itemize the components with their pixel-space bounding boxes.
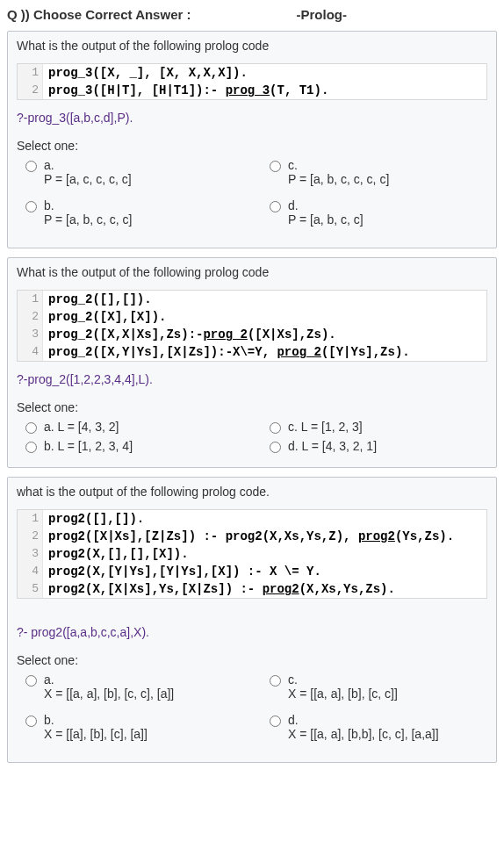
q1-option-d[interactable]: d. P = [a, b, c, c]: [261, 198, 487, 227]
q1-select-label: Select one:: [8, 133, 496, 156]
page-header: Q )) Choose Correct Answer : -Prolog-: [7, 7, 497, 22]
lineno: 2: [18, 308, 43, 326]
header-title: Q )) Choose Correct Answer :: [7, 7, 191, 22]
question-2: What is the output of the following prol…: [7, 257, 497, 468]
radio-input[interactable]: [270, 422, 281, 434]
radio-input[interactable]: [270, 161, 281, 172]
q1-prompt: What is the output of the following prol…: [8, 32, 496, 58]
option-label: b.: [44, 713, 148, 727]
lineno: 4: [18, 563, 43, 580]
radio-input[interactable]: [25, 422, 37, 434]
code-content: prog_3([H|T], [H|T1]):- prog_3(T, T1).: [43, 82, 334, 99]
q3-option-c[interactable]: c. X = [[a, a], [b], [c, c]]: [261, 672, 487, 701]
option-value: X = [[a], [b], [c], [a]]: [44, 727, 148, 741]
q3-query: ?- prog2([a,a,b,c,c,a],X).: [8, 604, 496, 648]
lineno: 3: [18, 545, 43, 563]
radio-input[interactable]: [270, 442, 281, 453]
option-value: P = [a, b, c, c]: [288, 212, 364, 227]
q1-query: ?-prog_3([a,b,c,d],P).: [8, 105, 496, 133]
code-line: 3 prog_2([X,X|Xs],Zs):-prog_2([X|Xs],Zs)…: [18, 326, 486, 343]
option-label: d.: [288, 198, 364, 212]
radio-input[interactable]: [270, 716, 281, 727]
radio-input[interactable]: [270, 201, 281, 212]
q2-code: 1 prog_2([],[]). 2 prog_2([X],[X]). 3 pr…: [17, 290, 487, 362]
code-content: prog2([],[]).: [43, 510, 149, 528]
q1-options: a. P = [a, c, c, c, c] b. P = [a, b, c, …: [8, 156, 496, 248]
option-label: c.: [288, 158, 389, 172]
q1-option-a[interactable]: a. P = [a, c, c, c, c]: [17, 158, 243, 186]
code-line: 4 prog2(X,[Y|Ys],[Y|Ys],[X]) :- X \= Y.: [18, 563, 486, 580]
option-text: c. L = [1, 2, 3]: [288, 420, 363, 434]
option-label: c.: [288, 672, 398, 687]
question-1: What is the output of the following prol…: [7, 31, 497, 248]
lineno: 2: [18, 528, 43, 545]
option-label: a.: [44, 158, 132, 172]
code-content: prog2([X|Xs],[Z|Zs]) :- prog2(X,Xs,Ys,Z)…: [43, 528, 459, 545]
lineno: 3: [18, 326, 43, 343]
code-content: prog_2([X,Y|Ys],[X|Zs]):-X\=Y, prog_2([Y…: [43, 343, 415, 361]
option-label: d.: [288, 713, 439, 727]
q2-select-label: Select one:: [8, 395, 496, 418]
option-label: a.: [44, 672, 174, 687]
code-line: 2 prog_2([X],[X]).: [18, 308, 486, 326]
lineno: 1: [18, 64, 43, 82]
q3-options: a. X = [[a, a], [b], [c, c], [a]] b. X =…: [8, 671, 496, 762]
header-subject: -Prolog-: [296, 7, 347, 22]
q2-option-c[interactable]: c. L = [1, 2, 3]: [261, 420, 487, 434]
code-content: prog_2([],[]).: [43, 291, 157, 308]
code-line: 1 prog_2([],[]).: [18, 291, 486, 308]
option-text: d. L = [4, 3, 2, 1]: [288, 439, 377, 453]
q3-prompt: what is the output of the following prol…: [8, 478, 496, 504]
q3-option-b[interactable]: b. X = [[a], [b], [c], [a]]: [17, 713, 243, 741]
code-line: 3 prog2(X,[],[],[X]).: [18, 545, 486, 563]
code-line: 4 prog_2([X,Y|Ys],[X|Zs]):-X\=Y, prog_2(…: [18, 343, 486, 361]
radio-input[interactable]: [270, 675, 281, 687]
code-content: prog_2([X],[X]).: [43, 308, 171, 326]
radio-input[interactable]: [25, 716, 37, 727]
option-text: b. L = [1, 2, 3, 4]: [44, 439, 133, 453]
option-value: X = [[a, a], [b,b], [c, c], [a,a]]: [288, 727, 439, 741]
lineno: 2: [18, 82, 43, 99]
q3-option-a[interactable]: a. X = [[a, a], [b], [c, c], [a]]: [17, 672, 243, 701]
lineno: 1: [18, 291, 43, 308]
option-value: P = [a, b, c, c, c, c]: [288, 172, 389, 186]
lineno: 1: [18, 510, 43, 528]
radio-input[interactable]: [25, 201, 37, 212]
radio-input[interactable]: [25, 675, 37, 687]
code-content: prog2(X,[X|Xs],Ys,[X|Zs]) :- prog2(X,Xs,…: [43, 580, 400, 598]
code-content: prog_3([X, _], [X, X,X,X]).: [43, 64, 253, 82]
lineno: 5: [18, 580, 43, 598]
code-line: 2 prog2([X|Xs],[Z|Zs]) :- prog2(X,Xs,Ys,…: [18, 528, 486, 545]
lineno: 4: [18, 343, 43, 361]
q2-query: ?-prog_2([1,2,2,3,4,4],L).: [8, 367, 496, 395]
q3-option-d[interactable]: d. X = [[a, a], [b,b], [c, c], [a,a]]: [261, 713, 487, 741]
code-line: 1 prog2([],[]).: [18, 510, 486, 528]
q1-code: 1 prog_3([X, _], [X, X,X,X]). 2 prog_3([…: [17, 63, 487, 100]
q1-option-b[interactable]: b. P = [a, b, c, c, c]: [17, 198, 243, 227]
option-value: P = [a, b, c, c, c]: [44, 212, 133, 227]
radio-input[interactable]: [25, 442, 37, 453]
q2-option-b[interactable]: b. L = [1, 2, 3, 4]: [17, 439, 243, 453]
option-value: X = [[a, a], [b], [c, c], [a]]: [44, 687, 174, 701]
q1-option-c[interactable]: c. P = [a, b, c, c, c, c]: [261, 158, 487, 186]
radio-input[interactable]: [25, 161, 37, 172]
option-value: X = [[a, a], [b], [c, c]]: [288, 687, 398, 701]
q2-prompt: What is the output of the following prol…: [8, 258, 496, 284]
code-content: prog2(X,[],[],[X]).: [43, 545, 194, 563]
option-text: a. L = [4, 3, 2]: [44, 420, 119, 434]
question-3: what is the output of the following prol…: [7, 477, 497, 763]
code-content: prog2(X,[Y|Ys],[Y|Ys],[X]) :- X \= Y.: [43, 563, 327, 580]
q2-option-a[interactable]: a. L = [4, 3, 2]: [17, 420, 243, 434]
q2-option-d[interactable]: d. L = [4, 3, 2, 1]: [261, 439, 487, 453]
code-content: prog_2([X,X|Xs],Zs):-prog_2([X|Xs],Zs).: [43, 326, 342, 343]
code-line: 2 prog_3([H|T], [H|T1]):- prog_3(T, T1).: [18, 82, 486, 99]
q3-code: 1 prog2([],[]). 2 prog2([X|Xs],[Z|Zs]) :…: [17, 509, 487, 599]
option-value: P = [a, c, c, c, c]: [44, 172, 132, 186]
code-line: 5 prog2(X,[X|Xs],Ys,[X|Zs]) :- prog2(X,X…: [18, 580, 486, 598]
q2-options: a. L = [4, 3, 2] b. L = [1, 2, 3, 4] c. …: [8, 418, 496, 467]
q3-select-label: Select one:: [8, 648, 496, 671]
code-line: 1 prog_3([X, _], [X, X,X,X]).: [18, 64, 486, 82]
option-label: b.: [44, 198, 133, 212]
